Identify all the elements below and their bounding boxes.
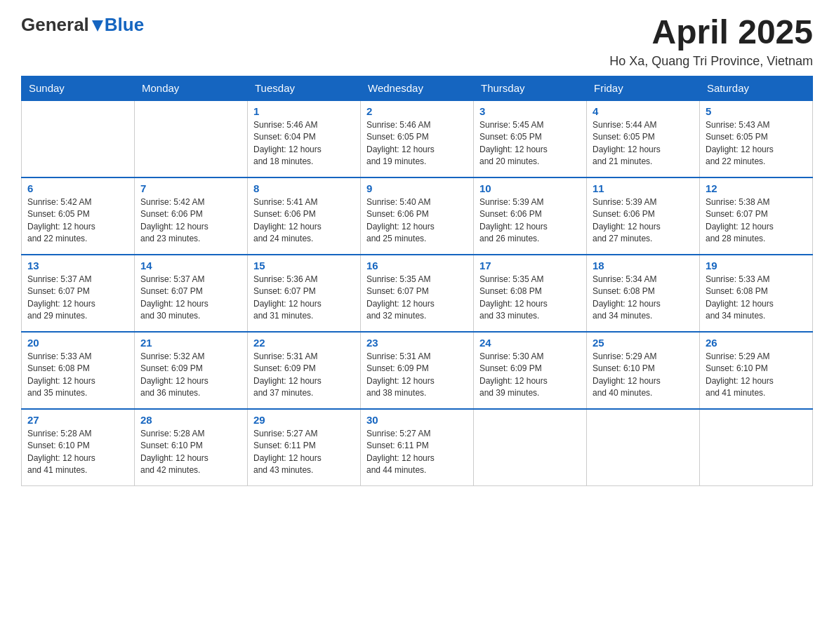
day-info: Sunrise: 5:28 AMSunset: 6:10 PMDaylight:… <box>140 428 241 477</box>
day-number: 13 <box>27 260 128 271</box>
day-number: 10 <box>479 182 581 194</box>
day-number: 3 <box>479 105 581 117</box>
calendar-cell: 13Sunrise: 5:37 AMSunset: 6:07 PMDayligh… <box>22 255 135 332</box>
calendar-table: SundayMondayTuesdayWednesdayThursdayFrid… <box>21 76 813 487</box>
calendar-header-sunday: Sunday <box>22 76 135 100</box>
month-title: April 2025 <box>609 14 813 51</box>
calendar-cell: 30Sunrise: 5:27 AMSunset: 6:11 PMDayligh… <box>361 409 474 486</box>
calendar-cell: 15Sunrise: 5:36 AMSunset: 6:07 PMDayligh… <box>248 255 361 332</box>
calendar-cell: 28Sunrise: 5:28 AMSunset: 6:10 PMDayligh… <box>135 409 248 486</box>
day-number: 8 <box>253 182 355 194</box>
day-number: 22 <box>253 337 355 349</box>
location-label: Ho Xa, Quang Tri Province, Vietnam <box>609 54 813 69</box>
calendar-cell: 18Sunrise: 5:34 AMSunset: 6:08 PMDayligh… <box>587 255 700 332</box>
calendar-cell: 8Sunrise: 5:41 AMSunset: 6:06 PMDaylight… <box>248 177 361 255</box>
day-info: Sunrise: 5:46 AMSunset: 6:04 PMDaylight:… <box>253 119 355 168</box>
calendar-header-tuesday: Tuesday <box>248 76 361 100</box>
calendar-cell <box>587 409 700 486</box>
week-row-2: 6Sunrise: 5:42 AMSunset: 6:05 PMDaylight… <box>22 177 813 255</box>
day-info: Sunrise: 5:27 AMSunset: 6:11 PMDaylight:… <box>253 428 355 477</box>
day-number: 18 <box>593 260 694 271</box>
page-header: General Blue April 2025 Ho Xa, Quang Tri… <box>21 14 813 69</box>
day-info: Sunrise: 5:33 AMSunset: 6:08 PMDaylight:… <box>27 351 128 400</box>
day-info: Sunrise: 5:31 AMSunset: 6:09 PMDaylight:… <box>366 351 468 400</box>
day-info: Sunrise: 5:42 AMSunset: 6:05 PMDaylight:… <box>27 196 128 246</box>
day-info: Sunrise: 5:42 AMSunset: 6:06 PMDaylight:… <box>140 196 241 246</box>
week-row-3: 13Sunrise: 5:37 AMSunset: 6:07 PMDayligh… <box>22 255 813 332</box>
calendar-cell: 21Sunrise: 5:32 AMSunset: 6:09 PMDayligh… <box>135 332 248 409</box>
day-info: Sunrise: 5:40 AMSunset: 6:06 PMDaylight:… <box>366 196 468 246</box>
day-number: 9 <box>366 182 468 194</box>
day-number: 17 <box>479 260 581 271</box>
calendar-cell: 5Sunrise: 5:43 AMSunset: 6:05 PMDaylight… <box>700 100 813 177</box>
day-info: Sunrise: 5:45 AMSunset: 6:05 PMDaylight:… <box>479 119 581 168</box>
calendar-cell: 17Sunrise: 5:35 AMSunset: 6:08 PMDayligh… <box>474 255 587 332</box>
calendar-cell: 7Sunrise: 5:42 AMSunset: 6:06 PMDaylight… <box>135 177 248 255</box>
day-info: Sunrise: 5:37 AMSunset: 6:07 PMDaylight:… <box>27 274 128 323</box>
calendar-cell <box>474 409 587 486</box>
day-number: 1 <box>253 105 355 117</box>
day-number: 24 <box>479 337 581 349</box>
day-info: Sunrise: 5:29 AMSunset: 6:10 PMDaylight:… <box>706 351 807 400</box>
calendar-header-saturday: Saturday <box>700 76 813 100</box>
calendar-header-monday: Monday <box>135 76 248 100</box>
logo-blue-text: Blue <box>105 14 144 36</box>
calendar-cell: 10Sunrise: 5:39 AMSunset: 6:06 PMDayligh… <box>474 177 587 255</box>
day-info: Sunrise: 5:35 AMSunset: 6:08 PMDaylight:… <box>479 274 581 323</box>
day-number: 15 <box>253 260 355 271</box>
calendar-cell <box>700 409 813 486</box>
day-info: Sunrise: 5:41 AMSunset: 6:06 PMDaylight:… <box>253 196 355 246</box>
calendar-cell: 9Sunrise: 5:40 AMSunset: 6:06 PMDaylight… <box>361 177 474 255</box>
calendar-cell: 25Sunrise: 5:29 AMSunset: 6:10 PMDayligh… <box>587 332 700 409</box>
calendar-cell: 20Sunrise: 5:33 AMSunset: 6:08 PMDayligh… <box>22 332 135 409</box>
calendar-cell: 6Sunrise: 5:42 AMSunset: 6:05 PMDaylight… <box>22 177 135 255</box>
logo: General Blue <box>21 14 144 36</box>
calendar-cell: 14Sunrise: 5:37 AMSunset: 6:07 PMDayligh… <box>135 255 248 332</box>
logo-blue-label: Blue <box>105 14 144 35</box>
calendar-cell: 19Sunrise: 5:33 AMSunset: 6:08 PMDayligh… <box>700 255 813 332</box>
day-info: Sunrise: 5:36 AMSunset: 6:07 PMDaylight:… <box>253 274 355 323</box>
day-info: Sunrise: 5:39 AMSunset: 6:06 PMDaylight:… <box>479 196 581 246</box>
calendar-cell: 1Sunrise: 5:46 AMSunset: 6:04 PMDaylight… <box>248 100 361 177</box>
calendar-header-row: SundayMondayTuesdayWednesdayThursdayFrid… <box>22 76 813 100</box>
day-number: 2 <box>366 105 468 117</box>
day-info: Sunrise: 5:29 AMSunset: 6:10 PMDaylight:… <box>593 351 694 400</box>
day-number: 30 <box>366 414 468 426</box>
day-number: 23 <box>366 337 468 349</box>
day-number: 20 <box>27 337 128 349</box>
header-title-area: April 2025 Ho Xa, Quang Tri Province, Vi… <box>609 14 813 69</box>
day-info: Sunrise: 5:34 AMSunset: 6:08 PMDaylight:… <box>593 274 694 323</box>
day-number: 21 <box>140 337 241 349</box>
calendar-cell <box>22 100 135 177</box>
day-number: 25 <box>593 337 694 349</box>
calendar-header-friday: Friday <box>587 76 700 100</box>
day-info: Sunrise: 5:39 AMSunset: 6:06 PMDaylight:… <box>593 196 694 246</box>
day-number: 29 <box>253 414 355 426</box>
day-info: Sunrise: 5:43 AMSunset: 6:05 PMDaylight:… <box>706 119 807 168</box>
calendar-cell: 12Sunrise: 5:38 AMSunset: 6:07 PMDayligh… <box>700 177 813 255</box>
calendar-cell: 26Sunrise: 5:29 AMSunset: 6:10 PMDayligh… <box>700 332 813 409</box>
calendar-cell: 16Sunrise: 5:35 AMSunset: 6:07 PMDayligh… <box>361 255 474 332</box>
week-row-4: 20Sunrise: 5:33 AMSunset: 6:08 PMDayligh… <box>22 332 813 409</box>
day-info: Sunrise: 5:33 AMSunset: 6:08 PMDaylight:… <box>706 274 807 323</box>
day-number: 12 <box>706 182 807 194</box>
calendar-cell: 27Sunrise: 5:28 AMSunset: 6:10 PMDayligh… <box>22 409 135 486</box>
calendar-cell: 2Sunrise: 5:46 AMSunset: 6:05 PMDaylight… <box>361 100 474 177</box>
svg-marker-0 <box>92 20 103 32</box>
day-info: Sunrise: 5:44 AMSunset: 6:05 PMDaylight:… <box>593 119 694 168</box>
day-info: Sunrise: 5:31 AMSunset: 6:09 PMDaylight:… <box>253 351 355 400</box>
calendar-cell: 4Sunrise: 5:44 AMSunset: 6:05 PMDaylight… <box>587 100 700 177</box>
day-info: Sunrise: 5:37 AMSunset: 6:07 PMDaylight:… <box>140 274 241 323</box>
week-row-1: 1Sunrise: 5:46 AMSunset: 6:04 PMDaylight… <box>22 100 813 177</box>
calendar-cell: 29Sunrise: 5:27 AMSunset: 6:11 PMDayligh… <box>248 409 361 486</box>
day-info: Sunrise: 5:27 AMSunset: 6:11 PMDaylight:… <box>366 428 468 477</box>
logo-general: General <box>21 14 89 36</box>
day-number: 6 <box>27 182 128 194</box>
day-number: 16 <box>366 260 468 271</box>
calendar-cell: 22Sunrise: 5:31 AMSunset: 6:09 PMDayligh… <box>248 332 361 409</box>
day-number: 28 <box>140 414 241 426</box>
calendar-header-thursday: Thursday <box>474 76 587 100</box>
day-number: 5 <box>706 105 807 117</box>
day-info: Sunrise: 5:35 AMSunset: 6:07 PMDaylight:… <box>366 274 468 323</box>
logo-triangle-icon <box>90 18 105 33</box>
